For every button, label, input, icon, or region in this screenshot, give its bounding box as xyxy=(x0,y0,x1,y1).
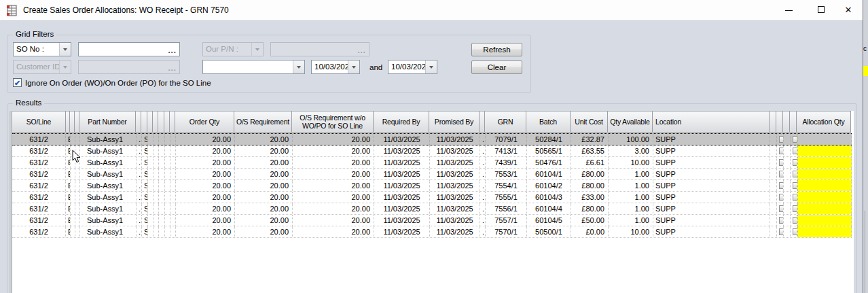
grid-row-8[interactable]: 631/2ESub-Assy1..S20.0020.0020.0011/03/2… xyxy=(12,215,852,226)
grid-header-allocation_qty[interactable]: Allocation Qty xyxy=(797,111,851,132)
row-checkbox-icon[interactable] xyxy=(779,159,784,166)
so-no-browse-button[interactable]: ... xyxy=(168,46,177,54)
grid-row-9[interactable]: 631/2ESub-Assy1..S20.0020.0020.0011/03/2… xyxy=(12,226,852,238)
maximize-button[interactable] xyxy=(810,0,833,20)
grid-cell-n15[interactable] xyxy=(791,145,797,156)
grid-cell-n13[interactable] xyxy=(777,215,784,226)
row-checkbox-icon[interactable] xyxy=(779,217,784,224)
grid-row-1[interactable]: 631/2ESub-Assy1..S20.0020.0020.0011/03/2… xyxy=(12,133,852,145)
grid-cell-n13[interactable] xyxy=(777,145,784,156)
row-checkbox-icon[interactable] xyxy=(793,159,797,166)
date-type-combo[interactable] xyxy=(202,60,305,74)
row-checkbox-icon[interactable] xyxy=(779,182,784,189)
row-checkbox-icon[interactable] xyxy=(793,194,797,201)
grid-header-qty_available[interactable]: Qty Available xyxy=(608,111,653,132)
row-checkbox-icon[interactable] xyxy=(779,194,784,201)
row-checkbox-icon[interactable] xyxy=(779,205,784,212)
dialog-body: Grid Filters SO No : ... Our P/N : ... xyxy=(0,21,863,293)
grid-row-4[interactable]: 631/2ESub-Assy1..S20.0020.0020.0011/03/2… xyxy=(12,169,852,180)
row-checkbox-icon[interactable] xyxy=(793,205,797,212)
customer-id-input[interactable]: ... xyxy=(78,60,180,74)
row-checkbox-icon[interactable] xyxy=(793,228,797,235)
chevron-down-icon[interactable] xyxy=(59,43,71,56)
allocation-qty-cell[interactable] xyxy=(797,215,852,226)
grid-cell-os_req: 20.00 xyxy=(235,203,293,214)
grid-row-3[interactable]: 631/2ESub-Assy1..S20.0020.0020.0011/03/2… xyxy=(12,157,852,169)
grid-header-batch[interactable]: Batch xyxy=(526,111,571,132)
allocation-qty-cell[interactable] xyxy=(797,134,852,145)
allocation-qty-cell[interactable] xyxy=(797,226,852,237)
grid-cell-os_req: 20.00 xyxy=(235,226,293,237)
minimize-button[interactable] xyxy=(777,0,800,20)
grid-cell-n13[interactable] xyxy=(777,226,784,237)
grid-cell-n13[interactable] xyxy=(777,203,784,214)
our-pn-combo[interactable]: Our P/N : xyxy=(202,42,264,56)
ignore-on-order-checkbox[interactable]: ✔ xyxy=(13,78,22,87)
row-checkbox-icon[interactable] xyxy=(779,171,784,177)
grid-row-2[interactable]: 631/2ESub-Assy1..S20.0020.0020.0011/03/2… xyxy=(12,145,852,157)
grid-header-os_req_wo[interactable]: O/S Requirement w/o WO/PO for SO Line xyxy=(292,111,374,132)
so-no-combo[interactable]: SO No : xyxy=(13,42,71,56)
grid-header-promised_by[interactable]: Promised By xyxy=(429,111,480,132)
grid-cell-n15[interactable] xyxy=(791,215,797,226)
grid-cell-n15[interactable] xyxy=(791,226,797,237)
grid-header-order_qty[interactable]: Order Qty xyxy=(175,111,234,132)
allocation-qty-cell[interactable] xyxy=(797,145,852,156)
grid-cell-n15[interactable] xyxy=(791,134,797,145)
clear-button[interactable]: Clear xyxy=(471,61,522,74)
grid-header-required_by[interactable]: Required By xyxy=(374,111,429,132)
grid-cell-n13[interactable] xyxy=(777,157,784,168)
row-checkbox-icon[interactable] xyxy=(793,148,797,154)
row-checkbox-icon[interactable] xyxy=(779,136,784,143)
our-pn-input[interactable]: ... xyxy=(270,42,369,56)
date-to-picker[interactable]: 10/03/2025 xyxy=(388,60,437,74)
chevron-down-icon[interactable] xyxy=(425,61,437,73)
allocation-qty-cell[interactable] xyxy=(797,169,852,179)
grid-cell-n15[interactable] xyxy=(791,203,797,214)
grid-row-7[interactable]: 631/2ESub-Assy1..S20.0020.0020.0011/03/2… xyxy=(12,203,852,215)
close-button[interactable]: ✕ xyxy=(837,0,860,20)
grid-header-os_req[interactable]: O/S Requirement xyxy=(234,111,292,132)
grid-header-unit_cost[interactable]: Unit Cost xyxy=(571,111,608,132)
date-from-picker[interactable]: 10/03/2025 xyxy=(311,60,360,74)
allocation-qty-cell[interactable] xyxy=(797,180,852,191)
refresh-button[interactable]: Refresh xyxy=(471,43,522,56)
chevron-down-icon[interactable] xyxy=(293,61,304,73)
grid-cell-required_by: 11/03/2025 xyxy=(374,215,430,226)
grid-cell-n15[interactable] xyxy=(791,192,797,203)
customer-id-combo[interactable]: Customer ID : xyxy=(13,60,71,74)
grid-cell-n15[interactable] xyxy=(791,157,797,168)
so-no-input[interactable]: ... xyxy=(78,42,180,56)
grid-cell-n5: S xyxy=(142,169,148,179)
grid-header-spacer xyxy=(170,111,175,132)
grid-cell-n13[interactable] xyxy=(777,180,784,191)
row-checkbox-icon[interactable] xyxy=(779,148,784,154)
row-checkbox-icon[interactable] xyxy=(793,136,797,143)
maximize-icon xyxy=(818,6,825,13)
grid-cell-order_qty: 20.00 xyxy=(176,134,235,145)
row-checkbox-icon[interactable] xyxy=(779,228,784,235)
grid-row-5[interactable]: 631/2ESub-Assy1..S20.0020.0020.0011/03/2… xyxy=(12,180,852,192)
allocation-qty-cell[interactable] xyxy=(797,157,852,168)
grid-cell-n13[interactable] xyxy=(777,134,784,145)
grid-header-location[interactable]: Location xyxy=(653,111,770,132)
grid-row-6[interactable]: 631/2ESub-Assy1..S20.0020.0020.0011/03/2… xyxy=(12,192,852,203)
grid-cell-n15[interactable] xyxy=(791,169,797,179)
grid-header-grn[interactable]: GRN xyxy=(485,111,526,132)
grid-cell-required_by: 11/03/2025 xyxy=(374,192,430,203)
grid-cell-n13[interactable] xyxy=(777,169,784,179)
allocation-qty-cell[interactable] xyxy=(797,192,852,203)
chevron-down-icon[interactable] xyxy=(348,61,359,73)
titlebar[interactable]: Create Sales Order Allocations: WO Recei… xyxy=(0,0,863,21)
grid-header-part_number[interactable]: Part Number xyxy=(79,111,136,132)
grid-cell-n14 xyxy=(784,157,791,168)
row-checkbox-icon[interactable] xyxy=(793,171,797,177)
grid-cell-n13[interactable] xyxy=(777,192,784,203)
grid-cell-os_req: 20.00 xyxy=(235,157,293,168)
row-checkbox-icon[interactable] xyxy=(793,182,797,189)
row-checkbox-icon[interactable] xyxy=(793,217,797,224)
grid-header-so_line[interactable]: SO/Line xyxy=(12,111,66,132)
grid-cell-n2 xyxy=(71,203,75,214)
allocation-qty-cell[interactable] xyxy=(797,203,852,214)
grid-cell-n15[interactable] xyxy=(791,180,797,191)
